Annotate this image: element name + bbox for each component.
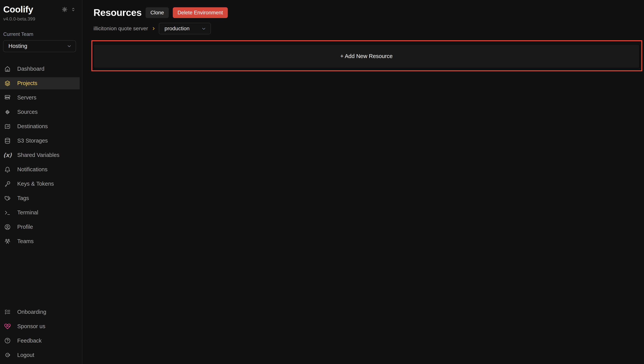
- team-select[interactable]: Hosting: [3, 40, 76, 52]
- user-circle-icon: [4, 224, 11, 230]
- terminal-icon: [4, 209, 11, 216]
- sidebar-item-terminal[interactable]: Terminal: [0, 206, 80, 219]
- add-new-resource-label: + Add New Resource: [340, 53, 392, 60]
- sidebar-item-label: Sources: [17, 109, 38, 115]
- map-x-icon: [4, 123, 11, 130]
- app-version: v4.0.0-beta.399: [3, 16, 82, 22]
- app-logo: Coolify: [3, 4, 33, 15]
- database-icon: [4, 137, 11, 144]
- heart-hands-icon: [4, 323, 11, 330]
- sidebar-item-label: Teams: [17, 238, 34, 244]
- delete-environment-button[interactable]: Delete Environment: [173, 7, 228, 18]
- checklist-icon: [4, 308, 11, 316]
- sidebar-item-label: Servers: [17, 94, 36, 101]
- sidebar-item-logout[interactable]: Logout: [0, 349, 80, 361]
- sidebar-item-shared-variables[interactable]: (x) Shared Variables: [0, 149, 80, 161]
- sidebar-item-label: Onboarding: [17, 309, 46, 315]
- sidebar-item-label: Terminal: [17, 210, 38, 216]
- sidebar-item-notifications[interactable]: Notifications: [0, 164, 80, 176]
- chevron-down-icon: [201, 26, 206, 31]
- sidebar-item-label: Notifications: [17, 166, 48, 172]
- users-group-icon: [4, 238, 11, 245]
- theme-sun-icon[interactable]: [62, 6, 68, 12]
- annotation-highlight-box: + Add New Resource: [91, 40, 642, 71]
- current-team-label: Current Team: [3, 31, 82, 37]
- key-icon: [4, 180, 11, 187]
- chevron-down-icon: [67, 44, 72, 49]
- tags-icon: [4, 195, 11, 202]
- sidebar-item-onboarding[interactable]: Onboarding: [0, 306, 80, 318]
- page-header: Resources Clone Delete Environment: [94, 7, 644, 18]
- sidebar-item-teams[interactable]: Teams: [0, 235, 80, 248]
- sidebar-item-label: Shared Variables: [17, 152, 60, 158]
- sidebar-item-feedback[interactable]: Feedback: [0, 334, 80, 347]
- sidebar-item-s3-storages[interactable]: S3 Storages: [0, 135, 80, 147]
- sidebar-item-keys-tokens[interactable]: Keys & Tokens: [0, 178, 80, 190]
- breadcrumb-project-link[interactable]: illicitonion quote server: [94, 26, 148, 32]
- sidebar-item-label: Sponsor us: [17, 323, 46, 330]
- sidebar-footer-nav: Onboarding Sponsor us Feedback: [0, 306, 80, 363]
- sidebar-item-label: S3 Storages: [17, 138, 48, 144]
- sidebar-item-label: Dashboard: [17, 66, 44, 72]
- git-source-icon: [4, 108, 11, 116]
- help-circle-icon: [4, 337, 11, 344]
- sidebar-item-label: Tags: [17, 195, 29, 201]
- sidebar-nav: Dashboard Projects Servers: [0, 63, 80, 248]
- sidebar-item-sources[interactable]: Sources: [0, 106, 80, 118]
- page-title: Resources: [94, 7, 142, 18]
- sidebar-item-dashboard[interactable]: Dashboard: [0, 63, 80, 75]
- environment-select-value: production: [164, 26, 190, 32]
- bell-icon: [4, 166, 11, 173]
- home-icon: [4, 65, 11, 72]
- server-bolt-icon: [4, 94, 11, 101]
- variables-icon: (x): [4, 152, 11, 159]
- breadcrumb: illicitonion quote server production: [94, 23, 644, 34]
- sidebar-item-destinations[interactable]: Destinations: [0, 120, 80, 132]
- chevrons-up-down-icon[interactable]: [71, 7, 76, 12]
- sidebar-item-profile[interactable]: Profile: [0, 221, 80, 233]
- add-new-resource-button[interactable]: + Add New Resource: [93, 44, 640, 68]
- sidebar-header: Coolify: [0, 0, 82, 15]
- sidebar-item-label: Keys & Tokens: [17, 181, 54, 187]
- logout-icon: [4, 352, 11, 359]
- sidebar-item-label: Profile: [17, 224, 33, 230]
- sidebar-item-label: Destinations: [17, 123, 48, 130]
- environment-select[interactable]: production: [159, 23, 211, 34]
- sidebar-item-label: Projects: [17, 80, 37, 86]
- layers-icon: [4, 80, 11, 87]
- sidebar-item-sponsor-us[interactable]: Sponsor us: [0, 320, 80, 332]
- sidebar-item-servers[interactable]: Servers: [0, 92, 80, 104]
- sidebar: Coolify v4.0.0-beta.399 Current Team Hos…: [0, 0, 82, 364]
- sidebar-item-label: Feedback: [17, 338, 42, 344]
- team-select-value: Hosting: [8, 43, 27, 49]
- sidebar-item-label: Logout: [17, 352, 34, 358]
- sidebar-item-tags[interactable]: Tags: [0, 192, 80, 204]
- main-content: Resources Clone Delete Environment illic…: [83, 0, 644, 364]
- chevron-right-icon: [151, 26, 156, 31]
- clone-button[interactable]: Clone: [146, 7, 169, 18]
- sidebar-item-projects[interactable]: Projects: [0, 77, 80, 90]
